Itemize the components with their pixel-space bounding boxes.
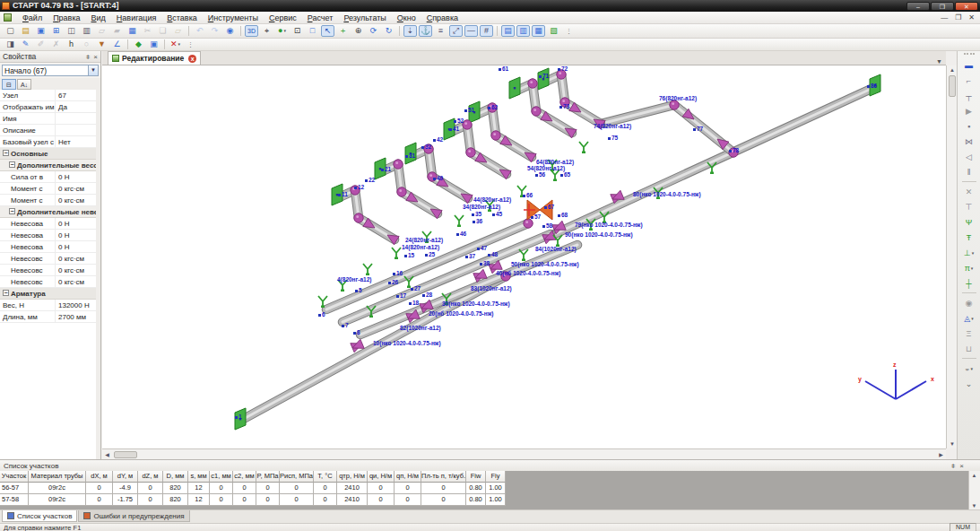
collapse-icon[interactable]: −: [9, 161, 15, 168]
valve-actuator-icon[interactable]: ◬▾: [960, 311, 977, 325]
tank-nozzle-icon[interactable]: ⊔: [960, 342, 977, 355]
dropdown-arrow-icon[interactable]: ▾: [971, 266, 974, 271]
dropdown-arrow-icon[interactable]: ▾: [970, 366, 973, 371]
mdi-restore-button[interactable]: ❐: [955, 13, 961, 22]
model-viewport[interactable]: zyx 8672717374(820нг-а12)75616276(820нг-…: [102, 65, 946, 448]
refresh-view-icon[interactable]: ⟳: [367, 25, 380, 37]
insert-armature-icon[interactable]: h: [65, 39, 78, 50]
minimize-button[interactable]: –: [906, 2, 930, 11]
new-file-icon[interactable]: ▢: [4, 25, 17, 37]
table-cell[interactable]: 0: [233, 483, 256, 494]
table-cell[interactable]: 0: [86, 494, 113, 506]
chevron-down-icon[interactable]: ▼: [88, 65, 98, 75]
pin-icon[interactable]: ǂ: [951, 462, 956, 470]
menu-результаты[interactable]: Результаты: [338, 12, 391, 24]
redo-icon[interactable]: ↷: [208, 25, 221, 37]
table-cell[interactable]: 2410: [337, 483, 368, 494]
save-file-icon[interactable]: ▣: [34, 25, 48, 37]
table-cell[interactable]: 0: [395, 483, 421, 494]
table-cell[interactable]: -1.75: [113, 494, 138, 506]
show-node-numbers-icon[interactable]: #: [480, 25, 493, 37]
tab-список-участков[interactable]: Список участков: [2, 510, 77, 522]
zoom-in-icon[interactable]: ⊕: [351, 25, 365, 37]
scroll-up-icon[interactable]: ▲: [969, 471, 979, 480]
show-names-icon[interactable]: ≡: [434, 25, 447, 37]
print-icon[interactable]: ▥: [80, 25, 93, 37]
undo-icon[interactable]: ↶: [193, 25, 206, 37]
erase-icon[interactable]: ✗: [49, 39, 63, 50]
elbow-icon[interactable]: ⌐: [960, 74, 977, 87]
menu-вставка[interactable]: Вставка: [161, 12, 202, 24]
show-dimensions-icon[interactable]: ⤢: [449, 25, 463, 37]
table-cell[interactable]: 820: [163, 494, 188, 506]
table-cell[interactable]: 0: [314, 494, 337, 506]
property-value[interactable]: Да: [56, 101, 100, 112]
add-element-icon[interactable]: ＋: [336, 25, 350, 37]
property-value[interactable]: 0 кгс·см: [56, 195, 100, 205]
table-cell[interactable]: 0: [421, 494, 466, 506]
copy-icon[interactable]: ❏: [156, 25, 169, 37]
property-section-Дополнительные неве[interactable]: −Дополнительные неве: [0, 206, 100, 218]
tab-ошибки-и-предупреждения[interactable]: Ошибки и предупреждения: [78, 510, 189, 522]
menu-расчет[interactable]: Расчет: [302, 12, 339, 24]
zoom-window-icon[interactable]: ⊡: [291, 25, 304, 37]
table-cell[interactable]: 0: [280, 494, 314, 506]
property-value[interactable]: 0 кгс·см: [56, 265, 100, 275]
table-cell[interactable]: 0: [256, 483, 280, 494]
table-cell[interactable]: 57-58: [0, 494, 29, 506]
property-section-Арматура[interactable]: −Арматура: [0, 288, 100, 300]
dropdown-arrow-icon[interactable]: ▾: [178, 39, 181, 50]
bellows-compensator-icon[interactable]: Ξ: [960, 326, 977, 340]
mdi-close-button[interactable]: ✕: [968, 13, 975, 22]
close-icon[interactable]: ×: [93, 53, 98, 61]
results-table-icon[interactable]: ▥: [516, 25, 530, 37]
table-cell[interactable]: 12: [188, 494, 210, 506]
property-value[interactable]: 67: [56, 90, 100, 100]
property-value[interactable]: 0 Н: [56, 171, 100, 182]
insert-circle-icon[interactable]: ○: [80, 39, 93, 50]
web-help-icon[interactable]: ◉: [223, 25, 237, 37]
table-cell[interactable]: 0: [314, 483, 337, 494]
menu-сервис[interactable]: Сервис: [264, 12, 302, 24]
properties-window-icon[interactable]: ◨: [4, 39, 17, 50]
table-cell[interactable]: 09г2с: [29, 483, 86, 494]
guide-support-icon[interactable]: π▾: [960, 261, 977, 274]
render-mode-icon[interactable]: ●▾: [275, 25, 289, 37]
view-3d-icon[interactable]: 3D: [245, 25, 258, 37]
dropdown-arrow-icon[interactable]: ▾: [283, 25, 286, 37]
valve-icon[interactable]: ⋈: [960, 135, 977, 148]
menu-навигация[interactable]: Навигация: [111, 12, 161, 24]
scroll-left-icon[interactable]: ◀: [102, 450, 112, 459]
toolbar2-overflow-icon[interactable]: ⋮: [184, 39, 197, 50]
table-cell[interactable]: 0: [368, 494, 395, 506]
rigid-hanger-icon[interactable]: ⊤: [960, 200, 977, 213]
tab-editing[interactable]: Редактирование x: [108, 51, 201, 65]
table-vscrollbar[interactable]: ▲ ▼: [968, 471, 980, 510]
results-diagrams-icon[interactable]: ▤: [501, 25, 515, 37]
sort-categorized-button[interactable]: ⊟: [2, 79, 16, 90]
table-view-icon[interactable]: ▦: [126, 25, 139, 37]
property-value[interactable]: 132000 Н: [56, 300, 100, 310]
menu-файл[interactable]: Файл: [17, 12, 48, 24]
pump-icon[interactable]: ◉: [960, 296, 977, 309]
menu-окно[interactable]: Окно: [392, 12, 421, 24]
open-file-icon[interactable]: ▤: [19, 25, 32, 37]
tab-close-icon[interactable]: x: [188, 55, 196, 63]
flange-icon[interactable]: ‖: [960, 165, 977, 178]
collapse-icon[interactable]: −: [9, 208, 15, 214]
toolbar-overflow-icon[interactable]: ⋮: [562, 25, 576, 37]
results-deformed-icon[interactable]: ▦: [532, 25, 545, 37]
angle-tool-icon[interactable]: ∠: [110, 39, 124, 50]
restore-button[interactable]: ❐: [931, 2, 954, 11]
save-all-icon[interactable]: ⊞: [49, 25, 63, 37]
object-selector-dropdown[interactable]: Начало (67) ▼: [2, 65, 99, 76]
property-value[interactable]: 0 кгс·см: [56, 183, 100, 194]
property-value[interactable]: 0 кгс·см: [56, 276, 100, 287]
gauge-icon[interactable]: ◒▾: [960, 361, 977, 375]
anchor-support-icon[interactable]: ┼: [960, 276, 977, 290]
export-page-icon[interactable]: ▰: [110, 25, 124, 37]
table-cell[interactable]: 0.80: [466, 494, 486, 506]
dropdown-arrow-icon[interactable]: ▾: [972, 250, 975, 256]
mdi-minimize-button[interactable]: —: [941, 13, 948, 22]
canvas-hscrollbar[interactable]: ◀ ▶: [102, 448, 946, 459]
